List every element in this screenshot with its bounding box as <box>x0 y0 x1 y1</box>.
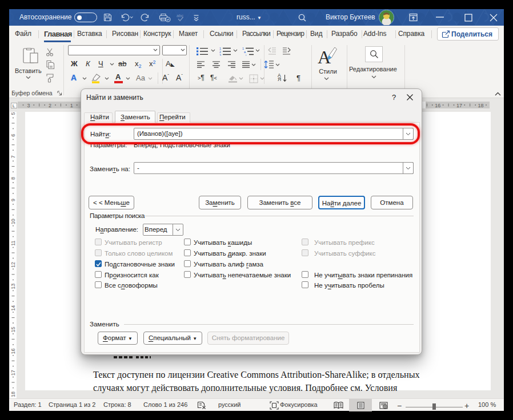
svg-text:9: 9 <box>10 199 16 201</box>
svg-text:6: 6 <box>10 134 16 136</box>
svg-text:8: 8 <box>10 177 16 180</box>
svg-text:10: 10 <box>10 219 16 224</box>
svg-text:18: 18 <box>10 391 16 397</box>
svg-text:18: 18 <box>478 103 484 108</box>
svg-text:16: 16 <box>10 348 16 354</box>
svg-text:12: 12 <box>10 262 16 268</box>
svg-text:i: i <box>246 54 246 56</box>
svg-text:3: 3 <box>219 54 221 56</box>
svg-text:16: 16 <box>435 103 440 108</box>
svg-text:2: 2 <box>49 103 51 108</box>
svg-text:1: 1 <box>70 103 73 108</box>
svg-text:17: 17 <box>456 103 462 108</box>
svg-text:11: 11 <box>10 240 16 245</box>
svg-text:3: 3 <box>27 103 30 108</box>
svg-text:15: 15 <box>10 326 16 332</box>
svg-text:17: 17 <box>10 370 16 375</box>
svg-text:5: 5 <box>10 112 16 115</box>
svg-text:14: 14 <box>10 305 16 311</box>
svg-text:13: 13 <box>10 284 16 289</box>
svg-text:7: 7 <box>10 155 16 158</box>
